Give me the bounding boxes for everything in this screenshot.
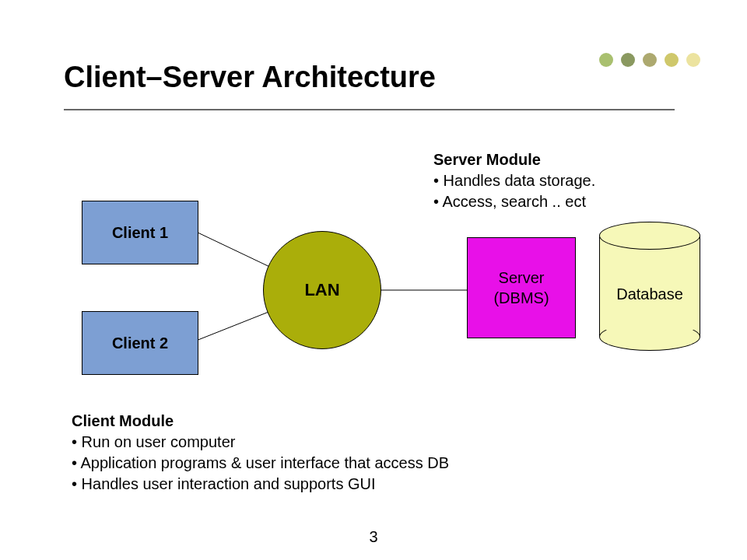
- client2-box: Client 2: [82, 311, 198, 375]
- server-anno-b2: • Access, search .. ect: [433, 193, 586, 210]
- client-anno-b1: • Run on user computer: [72, 433, 235, 450]
- cylinder-bottom: [599, 323, 700, 351]
- client-anno-b3: • Handles user interaction and supports …: [72, 475, 376, 492]
- cylinder-top: [599, 222, 700, 250]
- server-box: Server (DBMS): [467, 237, 576, 338]
- slide: Client–Server Architecture Client 1 Clie…: [0, 0, 747, 560]
- database-label: Database: [599, 285, 700, 303]
- server-anno-b1: • Handles data storage.: [433, 172, 595, 189]
- client-module-annotation: Client Module • Run on user computer • A…: [72, 411, 449, 495]
- lan-label: LAN: [304, 280, 339, 300]
- page-number: 3: [369, 528, 377, 546]
- client1-box: Client 1: [82, 201, 198, 264]
- client-anno-b2: • Application programs & user interface …: [72, 454, 449, 471]
- lan-node: LAN: [263, 231, 381, 349]
- architecture-diagram: Client 1 Client 2 LAN Server (DBMS) Data…: [0, 0, 747, 560]
- server-label-line2: (DBMS): [493, 288, 549, 308]
- server-module-annotation: Server Module • Handles data storage. • …: [433, 149, 595, 212]
- client1-label: Client 1: [112, 224, 168, 242]
- client2-label: Client 2: [112, 334, 168, 352]
- server-label-line1: Server: [499, 268, 545, 288]
- server-anno-heading: Server Module: [433, 151, 541, 168]
- client-anno-heading: Client Module: [72, 412, 174, 429]
